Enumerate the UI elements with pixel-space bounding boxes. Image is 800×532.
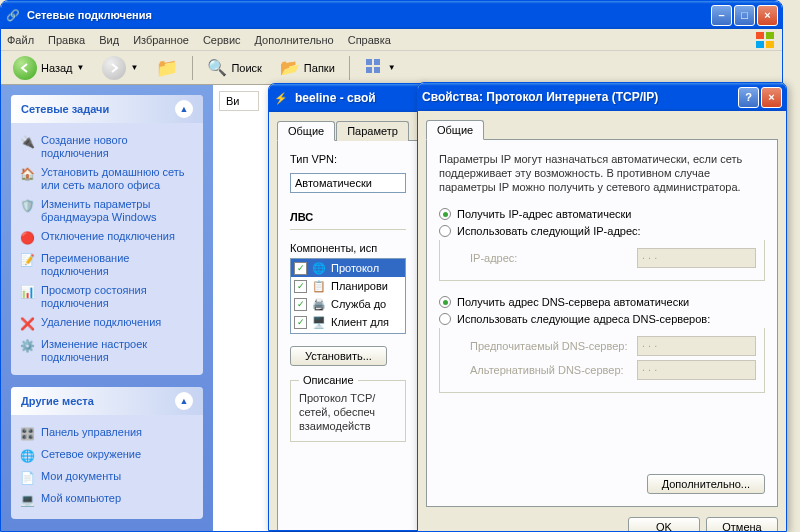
menu-edit[interactable]: Правка	[48, 34, 85, 46]
svg-rect-2	[756, 41, 764, 48]
checkbox-icon[interactable]: ✓	[294, 262, 307, 275]
task-status[interactable]: 📊Просмотр состояния подключения	[19, 281, 195, 313]
intro-text: Параметры IP могут назначаться автоматич…	[439, 152, 765, 194]
minimize-button[interactable]: –	[711, 5, 732, 26]
tcpip-titlebar[interactable]: Свойства: Протокол Интернета (TCP/IP) ? …	[418, 83, 786, 111]
views-icon	[364, 57, 384, 79]
folders-button[interactable]: 📂 Папки	[274, 56, 341, 79]
ip-address-label: IP-адрес:	[470, 252, 629, 264]
help-button[interactable]: ?	[738, 87, 759, 108]
dns-alt-input: . . .	[637, 360, 756, 380]
main-titlebar[interactable]: 🔗 Сетевые подключения – □ ×	[1, 1, 782, 29]
svg-rect-6	[366, 67, 372, 73]
cancel-button[interactable]: Отмена	[706, 517, 778, 532]
advanced-button[interactable]: Дополнительно...	[647, 474, 765, 494]
ok-button[interactable]: OK	[628, 517, 700, 532]
vpn-type-combo[interactable]: Автоматически	[290, 173, 406, 193]
column-header[interactable]: Ви	[219, 91, 259, 111]
menubar: Файл Правка Вид Избранное Сервис Дополни…	[1, 29, 782, 51]
radio-ip-auto[interactable]: Получить IP-адрес автоматически	[439, 208, 765, 220]
views-button[interactable]: ▼	[358, 55, 402, 81]
task-firewall[interactable]: 🛡️Изменить параметры брандмауэра Windows	[19, 195, 195, 227]
new-connection-icon: 🔌	[19, 134, 35, 150]
comp-scheduler[interactable]: ✓📋Планирови	[291, 277, 405, 295]
maximize-button[interactable]: □	[734, 5, 755, 26]
folders-icon: 📂	[280, 58, 300, 77]
menu-help[interactable]: Справка	[348, 34, 391, 46]
main-title: Сетевые подключения	[27, 9, 711, 21]
menu-tools[interactable]: Сервис	[203, 34, 241, 46]
tab-params[interactable]: Параметр	[336, 121, 409, 141]
checkbox-icon[interactable]: ✓	[294, 280, 307, 293]
task-disable[interactable]: 🔴Отключение подключения	[19, 227, 195, 249]
scheduler-icon: 📋	[311, 278, 327, 294]
tasks-header[interactable]: Сетевые задачи ▲	[11, 95, 203, 123]
back-button[interactable]: Назад ▼	[7, 54, 90, 82]
close-button[interactable]: ×	[761, 87, 782, 108]
protocol-icon: 🌐	[311, 260, 327, 276]
network-connections-icon: 🔗	[5, 7, 21, 23]
task-delete[interactable]: ❌Удаление подключения	[19, 313, 195, 335]
beeline-titlebar[interactable]: ⚡ beeline - свой	[269, 84, 427, 112]
checkbox-icon[interactable]: ✓	[294, 298, 307, 311]
connection-icon: ⚡	[273, 90, 289, 106]
search-button[interactable]: 🔍 Поиск	[201, 56, 267, 79]
svg-rect-7	[374, 67, 380, 73]
settings-icon: ⚙️	[19, 338, 35, 354]
radio-dns-auto[interactable]: Получить адрес DNS-сервера автоматически	[439, 296, 765, 308]
svg-rect-1	[766, 32, 774, 39]
comp-client[interactable]: ✓🖥️Клиент для	[291, 313, 405, 331]
radio-ip-manual[interactable]: Использовать следующий IP-адрес:	[439, 225, 765, 237]
chevron-down-icon: ▼	[388, 63, 396, 72]
home-network-icon: 🏠	[19, 166, 35, 182]
menu-view[interactable]: Вид	[99, 34, 119, 46]
places-header[interactable]: Другие места ▲	[11, 387, 203, 415]
components-label: Компоненты, исп	[290, 242, 406, 254]
section-label: ЛВС	[290, 211, 406, 223]
radio-dns-manual[interactable]: Использовать следующие адреса DNS-сервер…	[439, 313, 765, 325]
component-list[interactable]: ✓🌐Протокол ✓📋Планирови ✓🖨️Служба до ✓🖥️К…	[290, 258, 406, 334]
back-icon	[13, 56, 37, 80]
place-network[interactable]: 🌐Сетевое окружение	[19, 445, 195, 467]
tcpip-dialog: Свойства: Протокол Интернета (TCP/IP) ? …	[417, 82, 787, 532]
comp-protocol[interactable]: ✓🌐Протокол	[291, 259, 405, 277]
dns-alt-label: Альтернативный DNS-сервер:	[470, 364, 629, 376]
description-label: Описание	[299, 374, 358, 386]
forward-button[interactable]: ▼	[96, 54, 144, 82]
svg-rect-3	[766, 41, 774, 48]
service-icon: 🖨️	[311, 296, 327, 312]
ip-address-input: . . .	[637, 248, 756, 268]
chevron-down-icon: ▼	[130, 63, 138, 72]
menu-advanced[interactable]: Дополнительно	[255, 34, 334, 46]
dns-preferred-label: Предпочитаемый DNS-сервер:	[470, 340, 629, 352]
radio-icon	[439, 225, 451, 237]
install-button[interactable]: Установить...	[290, 346, 387, 366]
task-rename[interactable]: 📝Переименование подключения	[19, 249, 195, 281]
chevron-down-icon: ▼	[77, 63, 85, 72]
comp-service[interactable]: ✓🖨️Служба до	[291, 295, 405, 313]
network-places-icon: 🌐	[19, 448, 35, 464]
folder-up-icon: 📁	[156, 57, 178, 79]
radio-icon	[439, 208, 451, 220]
place-control-panel[interactable]: 🎛️Панель управления	[19, 423, 195, 445]
place-computer[interactable]: 💻Мой компьютер	[19, 489, 195, 511]
task-home-network[interactable]: 🏠Установить домашнюю сеть или сеть малог…	[19, 163, 195, 195]
task-new-connection[interactable]: 🔌Создание нового подключения	[19, 131, 195, 163]
checkbox-icon[interactable]: ✓	[294, 316, 307, 329]
search-icon: 🔍	[207, 58, 227, 77]
up-button[interactable]: 📁	[150, 55, 184, 81]
chevron-up-icon: ▲	[175, 392, 193, 410]
tab-general[interactable]: Общие	[426, 120, 484, 140]
place-documents[interactable]: 📄Мои документы	[19, 467, 195, 489]
tasks-panel: Сетевые задачи ▲ 🔌Создание нового подклю…	[11, 95, 203, 375]
menu-favorites[interactable]: Избранное	[133, 34, 189, 46]
toolbar: Назад ▼ ▼ 📁 🔍 Поиск 📂 Папки ▼	[1, 51, 782, 85]
close-button[interactable]: ×	[757, 5, 778, 26]
svg-rect-5	[374, 59, 380, 65]
svg-rect-0	[756, 32, 764, 39]
menu-file[interactable]: Файл	[7, 34, 34, 46]
tab-general[interactable]: Общие	[277, 121, 335, 141]
task-settings[interactable]: ⚙️Изменение настроек подключения	[19, 335, 195, 367]
description-text: Протокол TCP/ сетей, обеспеч взаимодейст…	[299, 391, 397, 433]
dns-preferred-input: . . .	[637, 336, 756, 356]
